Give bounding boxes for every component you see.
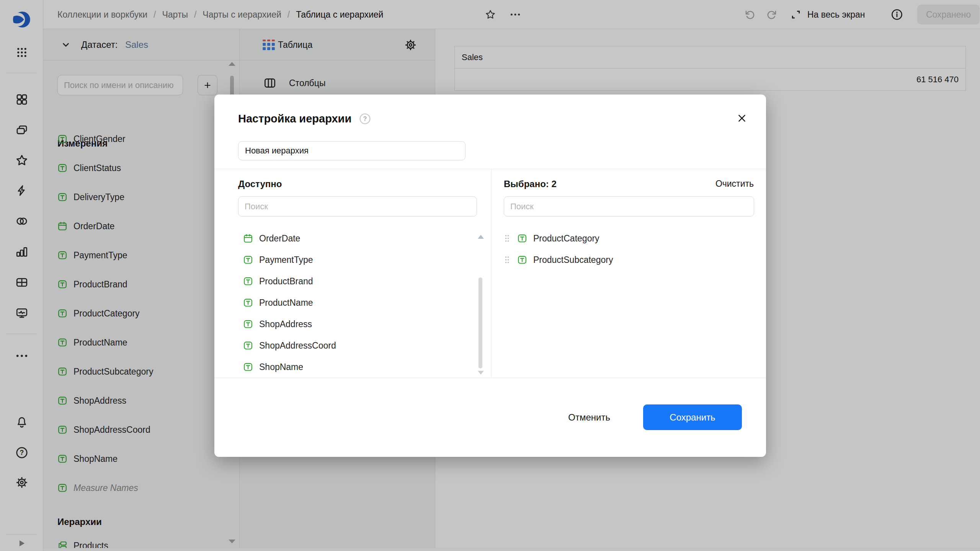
field-item-productbrand[interactable]: ProductBrand: [243, 271, 336, 292]
selected-list: ProductCategory ProductSubcategory: [505, 228, 613, 271]
selected-search-input[interactable]: [504, 196, 754, 217]
field-item-productcategory[interactable]: ProductCategory: [505, 228, 613, 249]
modal-close-icon[interactable]: [733, 110, 750, 127]
list-scroll-down-arrow[interactable]: [478, 371, 484, 375]
app-root: ? Коллекции и воркбуки/Чарты/Чарты с иер…: [0, 0, 980, 551]
selected-title: Выбрано: 2: [504, 179, 557, 189]
modal-help-icon[interactable]: ?: [359, 113, 371, 125]
field-item-paymenttype[interactable]: PaymentType: [243, 249, 336, 271]
field-label: ShopAddress: [259, 319, 312, 329]
list-scroll-up-arrow[interactable]: [478, 235, 484, 239]
field-label: OrderDate: [259, 233, 300, 244]
available-list-scrollbar[interactable]: [479, 277, 482, 368]
field-item-productname[interactable]: ProductName: [243, 292, 336, 313]
text-field-icon: [243, 362, 253, 372]
field-label: ProductBrand: [259, 276, 313, 287]
field-label: ProductName: [259, 298, 313, 308]
text-field-icon: [243, 319, 253, 329]
hierarchy-name-input[interactable]: [238, 141, 466, 160]
hierarchy-settings-modal: Настройка иерархии ? Доступно OrderDate …: [214, 95, 766, 457]
modal-footer: Отменить Сохранить: [214, 378, 742, 457]
drag-handle-icon[interactable]: [505, 256, 510, 264]
field-label: ShopAddressCoord: [259, 341, 336, 351]
field-label: ProductSubcategory: [533, 255, 613, 265]
field-item-productsubcategory[interactable]: ProductSubcategory: [505, 249, 613, 271]
available-title: Доступно: [238, 179, 282, 189]
field-item-orderdate[interactable]: OrderDate: [243, 228, 336, 249]
date-field-icon: [243, 233, 253, 243]
field-label: PaymentType: [259, 255, 313, 265]
clear-selected-button[interactable]: Очистить: [715, 179, 754, 189]
modal-divider: [214, 169, 766, 169]
text-field-icon: [517, 233, 527, 243]
field-item-shopname[interactable]: ShopName: [243, 356, 336, 378]
available-list: OrderDate PaymentType ProductBrand Produ…: [243, 228, 336, 378]
drag-handle-icon[interactable]: [505, 234, 510, 243]
text-field-icon: [243, 255, 253, 265]
field-item-shopaddresscoord[interactable]: ShopAddressCoord: [243, 335, 336, 356]
svg-text:?: ?: [363, 115, 367, 122]
field-label: ProductCategory: [533, 233, 599, 244]
modal-title: Настройка иерархии: [238, 112, 351, 125]
columns-divider: [491, 169, 492, 378]
text-field-icon: [243, 341, 253, 350]
available-search-input[interactable]: [238, 196, 477, 217]
field-item-shopaddress[interactable]: ShopAddress: [243, 313, 336, 335]
text-field-icon: [517, 255, 527, 265]
field-label: ShopName: [259, 362, 303, 372]
text-field-icon: [243, 276, 253, 286]
save-button[interactable]: Сохранить: [643, 404, 742, 430]
cancel-button[interactable]: Отменить: [562, 408, 616, 427]
text-field-icon: [243, 298, 253, 308]
